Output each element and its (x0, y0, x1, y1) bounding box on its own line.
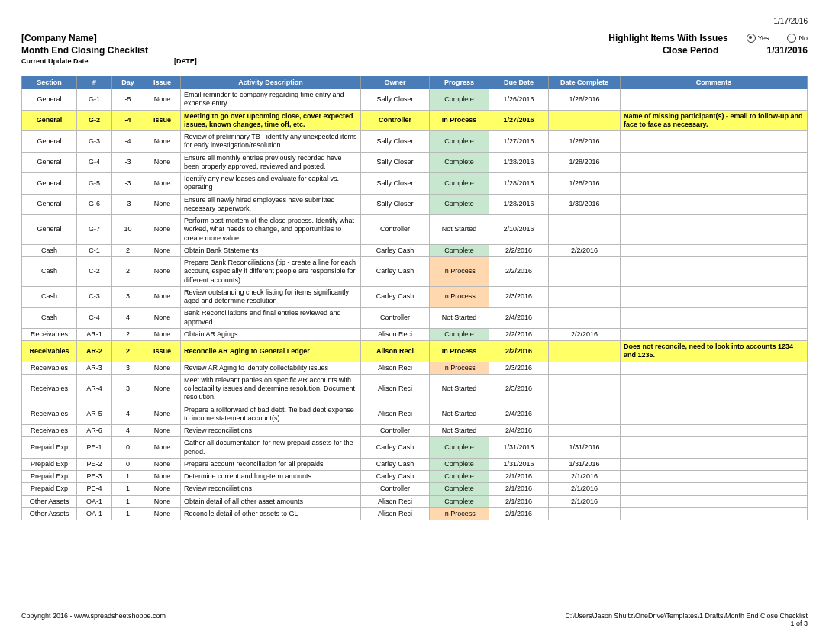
cell-progress: Complete (430, 244, 489, 256)
cell-activity: Review outstanding check listing for ite… (181, 286, 361, 308)
cell-owner: Carley Cash (361, 458, 430, 470)
cell-complete (549, 215, 621, 245)
cell-due: 2/1/2016 (489, 495, 549, 507)
cell-complete: 2/1/2016 (549, 483, 621, 495)
cell-owner: Alison Reci (361, 507, 430, 520)
radio-yes[interactable]: Yes (747, 34, 769, 43)
cell-complete: 1/28/2016 (549, 131, 621, 153)
cell-progress: In Process (430, 286, 489, 308)
current-update-label: Current Update Date (21, 57, 89, 65)
cell-day: 4 (112, 404, 144, 425)
col-day: Day (112, 76, 144, 89)
cell-issue: Issue (144, 110, 181, 131)
cell-due: 1/28/2016 (489, 152, 549, 173)
cell-comments (621, 404, 808, 425)
cell-issue: None (144, 425, 181, 437)
table-row: GeneralG-1-5NoneEmail reminder to compan… (22, 89, 808, 111)
cell-activity: Prepare account reconciliation for all p… (181, 458, 361, 470)
cell-owner: Alison Reci (361, 404, 430, 425)
radio-no[interactable]: No (787, 34, 808, 43)
cell-section: Receivables (22, 404, 77, 425)
cell-complete (549, 341, 621, 362)
cell-due: 1/27/2016 (489, 131, 549, 153)
table-row: ReceivablesAR-64NoneReview reconciliatio… (22, 425, 808, 437)
cell-owner: Controller (361, 483, 430, 495)
cell-day: 10 (112, 215, 144, 245)
cell-progress: Complete (430, 173, 489, 195)
table-row: ReceivablesAR-43NoneMeet with relevant p… (22, 374, 808, 404)
cell-num: C-3 (77, 286, 112, 308)
table-row: ReceivablesAR-22IssueReconcile AR Aging … (22, 341, 808, 362)
cell-due: 2/2/2016 (489, 341, 549, 362)
cell-comments: Name of missing participant(s) - email t… (621, 110, 808, 131)
cell-comments (621, 131, 808, 153)
current-update-value: [DATE] (174, 57, 197, 65)
cell-section: Other Assets (22, 495, 77, 507)
cell-day: 2 (112, 341, 144, 362)
cell-num: OA-1 (77, 507, 112, 520)
cell-num: AR-4 (77, 374, 112, 404)
table-row: GeneralG-6-3NoneEnsure all newly hired e… (22, 194, 808, 215)
cell-activity: Determine current and long-term amounts (181, 471, 361, 483)
cell-due: 1/31/2016 (489, 437, 549, 459)
cell-activity: Perform post-mortem of the close process… (181, 215, 361, 245)
cell-due: 1/28/2016 (489, 173, 549, 195)
col-section: Section (22, 76, 77, 89)
cell-due: 2/4/2016 (489, 404, 549, 425)
cell-due: 2/4/2016 (489, 308, 549, 329)
cell-activity: Ensure all monthly entries previously re… (181, 152, 361, 173)
header: [Company Name] Month End Closing Checkli… (21, 33, 808, 65)
col-issue: Issue (144, 76, 181, 89)
cell-issue: None (144, 89, 181, 111)
cell-owner: Sally Closer (361, 173, 430, 195)
cell-num: G-7 (77, 215, 112, 245)
cell-comments (621, 437, 808, 459)
cell-comments (621, 328, 808, 340)
cell-day: 3 (112, 286, 144, 308)
cell-num: G-4 (77, 152, 112, 173)
cell-activity: Obtain detail of all other asset amounts (181, 495, 361, 507)
cell-due: 2/4/2016 (489, 425, 549, 437)
table-row: GeneralG-4-3NoneEnsure all monthly entri… (22, 152, 808, 173)
table-row: Other AssetsOA-11NoneReconcile detail of… (22, 507, 808, 520)
cell-section: Receivables (22, 425, 77, 437)
cell-progress: Complete (430, 194, 489, 215)
table-row: Prepaid ExpPE-20NonePrepare account reco… (22, 458, 808, 470)
cell-activity: Review reconciliations (181, 425, 361, 437)
cell-comments (621, 362, 808, 374)
cell-activity: Email reminder to company regarding time… (181, 89, 361, 111)
cell-issue: None (144, 215, 181, 245)
cell-day: 0 (112, 458, 144, 470)
footer-path: C:\Users\Jason Shultz\OneDrive\Templates… (565, 612, 808, 620)
highlight-label: Highlight Items With Issues (608, 33, 728, 43)
cell-complete (549, 374, 621, 404)
cell-issue: None (144, 194, 181, 215)
cell-issue: None (144, 458, 181, 470)
cell-due: 2/2/2016 (489, 244, 549, 256)
cell-activity: Bank Reconciliations and final entries r… (181, 308, 361, 329)
radio-no-label: No (798, 34, 808, 42)
cell-num: AR-6 (77, 425, 112, 437)
table-row: CashC-33NoneReview outstanding check lis… (22, 286, 808, 308)
cell-section: Cash (22, 308, 77, 329)
cell-owner: Sally Closer (361, 131, 430, 153)
table-row: Prepaid ExpPE-31NoneDetermine current an… (22, 471, 808, 483)
cell-issue: None (144, 308, 181, 329)
cell-comments (621, 215, 808, 245)
cell-activity: Identify any new leases and evaluate for… (181, 173, 361, 195)
cell-progress: Complete (430, 131, 489, 153)
cell-progress: In Process (430, 507, 489, 520)
table-row: GeneralG-2-4IssueMeeting to go over upco… (22, 110, 808, 131)
cell-issue: None (144, 471, 181, 483)
cell-complete: 1/28/2016 (549, 152, 621, 173)
cell-complete (549, 286, 621, 308)
cell-owner: Controller (361, 110, 430, 131)
cell-day: -4 (112, 110, 144, 131)
cell-section: General (22, 152, 77, 173)
cell-num: PE-1 (77, 437, 112, 459)
radio-yes-label: Yes (758, 34, 769, 42)
cell-num: C-2 (77, 257, 112, 287)
cell-progress: Not Started (430, 215, 489, 245)
cell-activity: Review AR Aging to identify collectabili… (181, 362, 361, 374)
cell-due: 2/2/2016 (489, 328, 549, 340)
